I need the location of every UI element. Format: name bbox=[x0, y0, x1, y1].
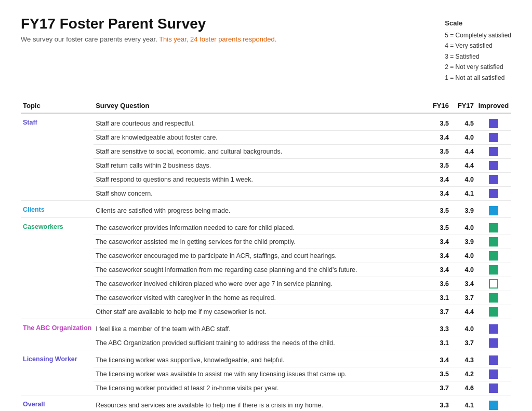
question-cell: Resources and services are available to … bbox=[94, 395, 426, 411]
fy16-cell: 3.6 bbox=[426, 277, 451, 291]
topic-cell: The ABC Organization bbox=[21, 319, 94, 350]
fy16-cell: 3.3 bbox=[426, 319, 451, 336]
improved-cell bbox=[476, 145, 511, 159]
fy16-cell: 3.4 bbox=[426, 249, 451, 263]
table-row: Staff return calls within 2 business day… bbox=[21, 159, 511, 173]
fy16-cell: 3.5 bbox=[426, 159, 451, 173]
header-improved: Improved bbox=[476, 99, 511, 113]
question-cell: The licensing worker was supportive, kno… bbox=[94, 350, 426, 367]
fy17-cell: 4.0 bbox=[451, 249, 476, 263]
question-cell: Staff show concern. bbox=[94, 187, 426, 201]
question-cell: Staff return calls within 2 business day… bbox=[94, 159, 426, 173]
topic-cell: Clients bbox=[21, 201, 94, 218]
improvement-indicator bbox=[489, 338, 498, 348]
fy16-cell: 3.4 bbox=[426, 350, 451, 367]
improved-cell bbox=[476, 131, 511, 145]
improved-cell bbox=[476, 336, 511, 350]
fy16-cell: 3.7 bbox=[426, 381, 451, 395]
improvement-indicator bbox=[489, 324, 498, 334]
table-row: The caseworker visited with caregiver in… bbox=[21, 291, 511, 305]
fy17-cell: 4.4 bbox=[451, 305, 476, 319]
improvement-indicator bbox=[489, 265, 498, 275]
scale-item-1: 5 = Completely satisfied bbox=[445, 30, 511, 40]
fy17-cell: 4.0 bbox=[451, 173, 476, 187]
question-cell: Staff respond to questions and requests … bbox=[94, 173, 426, 187]
table-row: CaseworkersThe caseworker provides infor… bbox=[21, 218, 511, 235]
table-row: The licensing worker provided at least 2… bbox=[21, 381, 511, 395]
scale-block: Scale 5 = Completely satisfied 4 = Very … bbox=[445, 18, 511, 83]
subtitle-highlight: This year, 24 foster parents responded. bbox=[159, 35, 276, 43]
improvement-indicator bbox=[489, 119, 498, 128]
question-cell: Staff are courteous and respectful. bbox=[94, 113, 426, 131]
improved-cell bbox=[476, 319, 511, 336]
table-header-row: Topic Survey Question FY16 FY17 Improved bbox=[21, 99, 511, 113]
table-row: StaffStaff are courteous and respectful.… bbox=[21, 113, 511, 131]
fy16-cell: 3.4 bbox=[426, 263, 451, 277]
improvement-indicator bbox=[489, 369, 498, 379]
fy16-cell: 3.5 bbox=[426, 113, 451, 131]
fy16-cell: 3.1 bbox=[426, 291, 451, 305]
fy17-cell: 4.0 bbox=[451, 319, 476, 336]
improvement-indicator bbox=[489, 307, 498, 317]
fy16-cell: 3.1 bbox=[426, 336, 451, 350]
fy16-cell: 3.5 bbox=[426, 201, 451, 218]
improvement-indicator bbox=[489, 237, 498, 246]
title-block: FY17 Foster Parent Survey We survey our … bbox=[21, 16, 276, 43]
question-cell: Other staff are available to help me if … bbox=[94, 305, 426, 319]
improvement-indicator bbox=[489, 355, 498, 365]
improvement-indicator bbox=[489, 161, 498, 170]
improved-cell bbox=[476, 381, 511, 395]
question-cell: The caseworker visited with caregiver in… bbox=[94, 291, 426, 305]
table-row: The ABC Organization provided sufficient… bbox=[21, 336, 511, 350]
improved-cell bbox=[476, 291, 511, 305]
table-row: Staff show concern.3.44.1 bbox=[21, 187, 511, 201]
fy16-cell: 3.4 bbox=[426, 173, 451, 187]
improved-cell bbox=[476, 249, 511, 263]
question-cell: I feel like a member of the team with AB… bbox=[94, 319, 426, 336]
fy16-cell: 3.4 bbox=[426, 131, 451, 145]
fy17-cell: 3.7 bbox=[451, 291, 476, 305]
fy16-cell: 3.4 bbox=[426, 235, 451, 249]
improvement-indicator bbox=[489, 147, 498, 156]
topic-cell: Staff bbox=[21, 113, 94, 201]
header-fy16: FY16 bbox=[426, 99, 451, 113]
improvement-indicator bbox=[489, 189, 498, 198]
fy16-cell: 3.5 bbox=[426, 367, 451, 381]
improved-cell bbox=[476, 159, 511, 173]
question-cell: The caseworker assisted me in getting se… bbox=[94, 235, 426, 249]
table-row: The caseworker encouraged me to particip… bbox=[21, 249, 511, 263]
fy16-cell: 3.3 bbox=[426, 395, 451, 411]
improved-cell bbox=[476, 367, 511, 381]
fy17-cell: 4.4 bbox=[451, 159, 476, 173]
fy17-cell: 3.9 bbox=[451, 201, 476, 218]
table-row: Licensing WorkerThe licensing worker was… bbox=[21, 350, 511, 367]
fy16-cell: 3.7 bbox=[426, 305, 451, 319]
table-row: The licensing worker was available to as… bbox=[21, 367, 511, 381]
improved-cell bbox=[476, 395, 511, 411]
scale-item-5: 1 = Not at all satisfied bbox=[445, 73, 511, 83]
improved-cell bbox=[476, 173, 511, 187]
improved-cell bbox=[476, 235, 511, 249]
question-cell: Clients are satisfied with progress bein… bbox=[94, 201, 426, 218]
fy16-cell: 3.5 bbox=[426, 145, 451, 159]
header-fy17: FY17 bbox=[451, 99, 476, 113]
improved-cell bbox=[476, 218, 511, 235]
header-section: FY17 Foster Parent Survey We survey our … bbox=[21, 16, 511, 83]
fy17-cell: 3.9 bbox=[451, 235, 476, 249]
improved-cell bbox=[476, 263, 511, 277]
fy17-cell: 4.1 bbox=[451, 395, 476, 411]
header-question: Survey Question bbox=[94, 99, 426, 113]
improvement-indicator bbox=[489, 223, 498, 232]
improvement-indicator bbox=[489, 206, 498, 215]
question-cell: Staff are sensitive to social, economic,… bbox=[94, 145, 426, 159]
fy17-cell: 4.0 bbox=[451, 263, 476, 277]
table-row: OverallResources and services are availa… bbox=[21, 395, 511, 411]
table-row: The ABC OrganizationI feel like a member… bbox=[21, 319, 511, 336]
table-row: The caseworker involved children placed … bbox=[21, 277, 511, 291]
scale-item-4: 2 = Not very satisfied bbox=[445, 62, 511, 72]
question-cell: Staff are knowledgeable about foster car… bbox=[94, 131, 426, 145]
fy17-cell: 3.4 bbox=[451, 277, 476, 291]
improvement-indicator bbox=[489, 251, 498, 261]
fy17-cell: 4.0 bbox=[451, 131, 476, 145]
question-cell: The ABC Organization provided sufficient… bbox=[94, 336, 426, 350]
